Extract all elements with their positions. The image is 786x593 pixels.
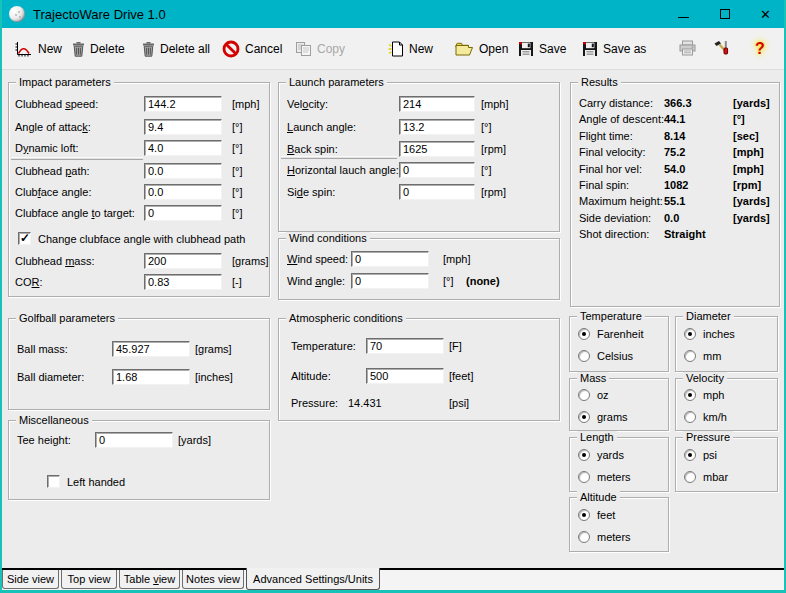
psi-radio[interactable] (684, 449, 696, 461)
celsius-option[interactable]: Celsius (578, 350, 633, 362)
mph-radio[interactable] (684, 389, 696, 401)
clubhead-speed-input[interactable] (144, 96, 222, 112)
ball-mass-input[interactable] (112, 341, 190, 357)
inches-radio[interactable] (684, 328, 696, 340)
result-label: Shot direction: (579, 228, 664, 240)
launch-angle-row: Launch angle: [°] (279, 119, 557, 136)
tab-notes-view[interactable]: Notes view (182, 570, 244, 589)
wind-speed-label: Wind speed: (287, 253, 348, 265)
clubface-angle-row: Clubface angle: [°] (9, 184, 267, 201)
final-spin-row: Final spin:1082[rpm] (579, 179, 779, 195)
side-spin-input[interactable] (399, 184, 475, 200)
pressure-unit: [psi] (449, 397, 469, 409)
cancel-button[interactable]: Cancel (222, 28, 282, 69)
mbar-option[interactable]: mbar (684, 471, 728, 483)
minimize-button[interactable] (663, 0, 704, 28)
grams-radio[interactable] (578, 411, 590, 423)
wind-angle-input[interactable] (351, 273, 429, 289)
delete-button[interactable]: Delete (72, 28, 125, 69)
length-meters-option[interactable]: meters (578, 471, 631, 483)
oz-option[interactable]: oz (578, 389, 609, 401)
altitude-meters-label: meters (597, 531, 631, 543)
group-title: Length (577, 431, 617, 443)
pressure-units-group: Pressure psi mbar (675, 437, 778, 492)
tab-advanced-settings-units[interactable]: Advanced Settings/Units (246, 568, 380, 590)
group-title: Mass (577, 372, 609, 384)
clubhead-mass-input[interactable] (144, 253, 222, 269)
ball-diameter-input[interactable] (112, 369, 190, 385)
mbar-radio[interactable] (684, 471, 696, 483)
close-button[interactable]: ✕ (745, 0, 786, 28)
clubface-angle-to-target-input[interactable] (144, 205, 222, 221)
oz-radio[interactable] (578, 389, 590, 401)
mm-option[interactable]: mm (684, 350, 721, 362)
print-button[interactable] (678, 28, 697, 69)
farenheit-radio[interactable] (578, 328, 590, 340)
back-spin-input[interactable] (399, 141, 475, 157)
kmh-radio[interactable] (684, 411, 696, 423)
clubhead-path-unit: [°] (232, 165, 243, 177)
feet-radio[interactable] (578, 509, 590, 521)
final-hor-vel-row: Final hor vel:54.0[mph] (579, 163, 779, 179)
dynamic-loft-input[interactable] (144, 140, 222, 156)
horizontal-launch-angle-unit: [°] (481, 164, 492, 176)
wind-conditions-group: Wind conditions Wind speed: [mph] Wind a… (278, 238, 560, 300)
farenheit-option[interactable]: Farenheit (578, 328, 643, 340)
save-as-button[interactable]: Save as (582, 28, 646, 69)
tab-label: Notes view (186, 573, 240, 585)
pressure-value: 14.431 (348, 397, 382, 409)
change-clubface-angle-checkbox-row[interactable]: Change clubface angle with clubhead path (18, 232, 245, 245)
mph-option[interactable]: mph (684, 389, 724, 401)
help-button[interactable]: ? (755, 28, 765, 69)
altitude-meters-option[interactable]: meters (578, 531, 631, 543)
oz-label: oz (597, 389, 609, 401)
clubface-angle-input[interactable] (144, 184, 222, 200)
settings-tools-button[interactable] (713, 28, 731, 69)
clubhead-path-input[interactable] (144, 163, 222, 179)
altitude-meters-radio[interactable] (578, 531, 590, 543)
new-file-button[interactable]: New (388, 28, 433, 69)
copy-button[interactable]: Copy (295, 28, 345, 69)
back-spin-unit: [rpm] (481, 143, 506, 155)
temperature-input[interactable] (366, 338, 444, 354)
inches-option[interactable]: inches (684, 328, 735, 340)
grams-option[interactable]: grams (578, 411, 628, 423)
length-meters-radio[interactable] (578, 471, 590, 483)
save-floppy-icon (518, 41, 534, 57)
divider (281, 156, 397, 159)
tab-top-view[interactable]: Top view (61, 570, 117, 589)
printer-icon (678, 40, 697, 58)
tools-icon (713, 39, 731, 58)
velocity-input[interactable] (399, 96, 475, 112)
side-deviation-row: Side deviation:0.0[yards] (579, 212, 779, 228)
maximize-button[interactable] (704, 0, 745, 28)
kmh-option[interactable]: km/h (684, 411, 727, 423)
tab-side-view[interactable]: Side view (2, 570, 59, 589)
left-handed-checkbox-row[interactable]: Left handed (47, 475, 125, 488)
new-trajectory-button[interactable]: New (15, 28, 62, 69)
altitude-input[interactable] (366, 368, 444, 384)
yards-radio[interactable] (578, 449, 590, 461)
cor-unit: [-] (232, 276, 242, 288)
cor-input[interactable] (144, 274, 222, 290)
launch-angle-input[interactable] (399, 119, 475, 135)
psi-option[interactable]: psi (684, 449, 717, 461)
angle-of-attack-input[interactable] (144, 119, 222, 135)
delete-all-button[interactable]: Delete all (142, 28, 210, 69)
tab-label: Table view (124, 573, 175, 585)
tab-table-view[interactable]: Table view (119, 570, 180, 589)
open-button[interactable]: Open (455, 28, 508, 69)
yards-option[interactable]: yards (578, 449, 624, 461)
tee-height-input[interactable] (95, 432, 173, 448)
save-button[interactable]: Save (518, 28, 566, 69)
result-unit: [mph] (733, 163, 764, 175)
maximize-icon (720, 9, 730, 19)
feet-option[interactable]: feet (578, 509, 615, 521)
horizontal-launch-angle-input[interactable] (399, 162, 475, 178)
dynamic-loft-row: Dynamic loft: [°] (9, 140, 267, 157)
left-handed-checkbox[interactable] (47, 475, 60, 488)
wind-speed-input[interactable] (351, 251, 429, 267)
change-clubface-angle-checkbox[interactable] (18, 232, 31, 245)
celsius-radio[interactable] (578, 350, 590, 362)
mm-radio[interactable] (684, 350, 696, 362)
